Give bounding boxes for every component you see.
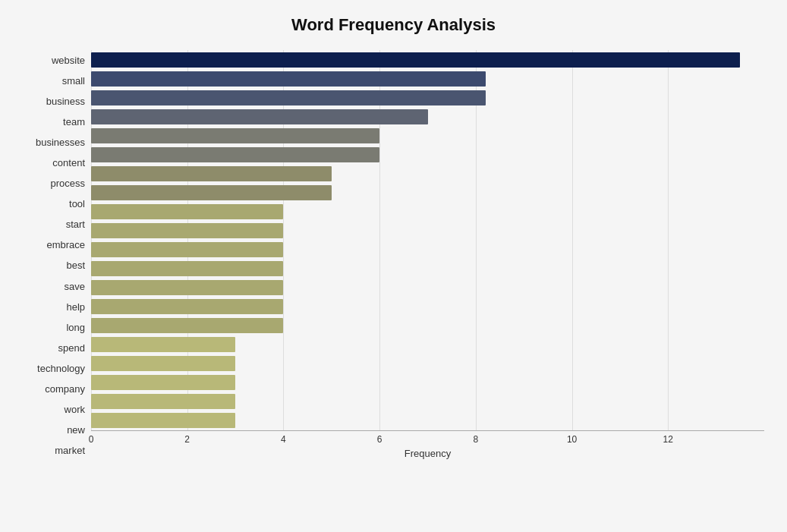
- bar-row: [91, 297, 764, 316]
- bar-row: [91, 50, 764, 69]
- bars-and-x: 024681012 Frequency: [91, 50, 764, 461]
- y-label: help: [66, 302, 85, 312]
- x-axis: 024681012 Frequency: [91, 430, 764, 461]
- y-label: save: [65, 282, 85, 291]
- y-label: work: [65, 405, 85, 414]
- bar: [91, 394, 235, 409]
- x-tick: 12: [663, 434, 673, 445]
- y-label: market: [55, 445, 85, 455]
- bar: [91, 242, 283, 257]
- x-tick: 10: [567, 434, 577, 445]
- y-label: best: [66, 260, 85, 270]
- y-label: business: [46, 96, 85, 106]
- bar-row: [91, 145, 764, 164]
- chart-title: Word Frequency Analysis: [23, 15, 764, 35]
- bar-row: [91, 411, 764, 430]
- bar: [91, 318, 283, 333]
- x-tick: 6: [377, 434, 382, 445]
- bar: [91, 356, 235, 371]
- x-axis-label: Frequency: [91, 448, 764, 459]
- bar-row: [91, 316, 764, 335]
- bar: [91, 413, 235, 428]
- bar: [91, 223, 283, 238]
- bar-row: [91, 88, 764, 107]
- bar-row: [91, 107, 764, 126]
- bar: [91, 185, 332, 200]
- bar: [91, 166, 332, 181]
- bar-row: [91, 354, 764, 373]
- bar: [91, 261, 283, 276]
- bar: [91, 147, 379, 162]
- y-axis: websitesmallbusinessteambusinessesconten…: [23, 50, 91, 461]
- bar: [91, 128, 379, 143]
- bar: [91, 280, 283, 295]
- y-label: website: [52, 55, 85, 65]
- chart-area: websitesmallbusinessteambusinessesconten…: [23, 50, 764, 461]
- y-label: businesses: [36, 137, 85, 147]
- bar: [91, 109, 428, 124]
- bar-row: [91, 373, 764, 392]
- x-ticks: 024681012: [91, 431, 764, 446]
- bar-row: [91, 183, 764, 202]
- y-label: small: [62, 76, 85, 86]
- bar: [91, 71, 486, 87]
- bar-row: [91, 260, 764, 279]
- y-label: embrace: [46, 240, 85, 250]
- bar-row: [91, 335, 764, 354]
- bar: [91, 90, 486, 105]
- bar: [91, 375, 235, 390]
- y-label: team: [63, 117, 85, 127]
- bar-row: [91, 279, 764, 297]
- y-label: new: [67, 425, 85, 435]
- x-tick: 0: [89, 434, 94, 445]
- bar-row: [91, 392, 764, 411]
- y-label: start: [66, 219, 85, 229]
- bar: [91, 299, 283, 314]
- y-label: technology: [37, 364, 85, 373]
- bar: [91, 204, 283, 219]
- bars-rows: [91, 50, 764, 430]
- y-label: process: [50, 178, 85, 188]
- y-label: spend: [58, 343, 85, 353]
- x-tick: 4: [281, 434, 286, 445]
- y-label: long: [66, 323, 85, 332]
- chart-container: Word Frequency Analysis websitesmallbusi…: [0, 0, 787, 532]
- bar: [91, 52, 740, 68]
- bar-row: [91, 202, 764, 221]
- y-label: content: [52, 158, 85, 168]
- y-label: company: [45, 384, 85, 394]
- bar-row: [91, 221, 764, 240]
- bar: [91, 337, 235, 352]
- bar-row: [91, 164, 764, 183]
- bar-row: [91, 126, 764, 145]
- bar-row: [91, 240, 764, 259]
- bars-area: [91, 50, 764, 430]
- x-tick: 8: [474, 434, 479, 445]
- bar-row: [91, 69, 764, 88]
- y-label: tool: [69, 199, 85, 209]
- x-tick: 2: [184, 434, 190, 445]
